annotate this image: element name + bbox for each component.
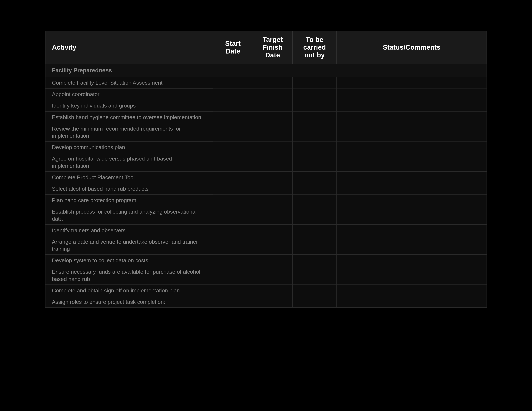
start-date-cell	[213, 153, 253, 171]
activity-cell: Establish hand hygiene committee to over…	[45, 111, 213, 123]
activity-cell: Review the minimum recommended requireme…	[45, 123, 213, 141]
table-container: Activity Start Date Target Finish Date T…	[45, 31, 487, 308]
activity-table: Activity Start Date Target Finish Date T…	[45, 31, 487, 308]
status-cell	[337, 141, 487, 153]
table-row: Develop communications plan	[45, 141, 487, 153]
status-cell	[337, 100, 487, 111]
table-row: Arrange a date and venue to undertake ob…	[45, 236, 487, 254]
carried-out-cell	[293, 183, 337, 194]
activity-item: Plan hand care protection program	[46, 195, 213, 206]
table-row: Develop system to collect data on costs	[45, 254, 487, 266]
start-date-cell	[213, 88, 253, 100]
status-cell	[337, 194, 487, 206]
activity-item: Identify trainers and observers	[46, 225, 213, 236]
target-finish-cell	[253, 100, 293, 111]
carried-out-cell	[293, 206, 337, 224]
target-finish-cell	[253, 285, 293, 296]
carried-out-cell	[293, 141, 337, 153]
status-cell	[337, 123, 487, 141]
activity-item: Establish process for collecting and ana…	[46, 206, 213, 224]
table-row: Select alcohol-based hand rub products	[45, 183, 487, 194]
target-finish-cell	[253, 77, 293, 88]
status-cell	[337, 236, 487, 254]
start-date-cell	[213, 77, 253, 88]
start-date-cell	[213, 266, 253, 284]
table-row: Establish process for collecting and ana…	[45, 206, 487, 224]
carried-out-cell	[293, 194, 337, 206]
activity-cell: Develop system to collect data on costs	[45, 254, 213, 266]
activity-cell: Appoint coordinator	[45, 88, 213, 100]
table-row: Complete Facility Level Situation Assess…	[45, 77, 487, 88]
activity-item: Complete Product Placement Tool	[46, 172, 213, 183]
target-finish-cell	[253, 296, 293, 308]
carried-out-cell	[293, 236, 337, 254]
header-activity: Activity	[45, 31, 213, 64]
carried-out-cell	[293, 77, 337, 88]
start-date-cell	[213, 123, 253, 141]
header-status-comments: Status/Comments	[337, 31, 487, 64]
start-date-cell	[213, 296, 253, 308]
carried-out-cell	[293, 88, 337, 100]
start-date-cell	[213, 206, 253, 224]
table-row: Establish hand hygiene committee to over…	[45, 111, 487, 123]
table-row: Plan hand care protection program	[45, 194, 487, 206]
target-finish-cell	[253, 141, 293, 153]
target-finish-cell	[253, 224, 293, 236]
activity-cell: Complete Product Placement Tool	[45, 171, 213, 183]
start-date-cell	[213, 183, 253, 194]
status-cell	[337, 224, 487, 236]
start-date-cell	[213, 224, 253, 236]
activity-item: Review the minimum recommended requireme…	[46, 123, 213, 141]
table-row: Identify trainers and observers	[45, 224, 487, 236]
activity-item: Appoint coordinator	[46, 88, 213, 100]
activity-item: Assign roles to ensure project task comp…	[46, 296, 213, 307]
carried-out-cell	[293, 100, 337, 111]
activity-item: Develop communications plan	[46, 141, 213, 153]
activity-cell: Identify key individuals and groups	[45, 100, 213, 111]
activity-cell: Develop communications plan	[45, 141, 213, 153]
target-finish-cell	[253, 183, 293, 194]
carried-out-cell	[293, 123, 337, 141]
start-date-cell	[213, 141, 253, 153]
activity-cell: Complete and obtain sign off on implemen…	[45, 285, 213, 296]
carried-out-cell	[293, 266, 337, 284]
activity-item: Identify key individuals and groups	[46, 100, 213, 111]
target-finish-cell	[253, 88, 293, 100]
start-date-cell	[213, 236, 253, 254]
target-finish-cell	[253, 266, 293, 284]
activity-cell: Complete Facility Level Situation Assess…	[45, 77, 213, 88]
carried-out-cell	[293, 171, 337, 183]
activity-cell: Ensure necessary funds are available for…	[45, 266, 213, 284]
header-target-finish-date: Target Finish Date	[253, 31, 293, 64]
activity-cell: Assign roles to ensure project task comp…	[45, 296, 213, 308]
table-row: Assign roles to ensure project task comp…	[45, 296, 487, 308]
activity-cell: Plan hand care protection program	[45, 194, 213, 206]
target-finish-cell	[253, 206, 293, 224]
activity-item: Complete Facility Level Situation Assess…	[46, 77, 213, 88]
status-cell	[337, 285, 487, 296]
table-row: Complete Product Placement Tool	[45, 171, 487, 183]
activity-item: Establish hand hygiene committee to over…	[46, 112, 213, 123]
carried-out-cell	[293, 254, 337, 266]
activity-cell: Agree on hospital-wide versus phased uni…	[45, 153, 213, 171]
activity-cell: Select alcohol-based hand rub products	[45, 183, 213, 194]
table-row: Complete and obtain sign off on implemen…	[45, 285, 487, 296]
status-cell	[337, 77, 487, 88]
table-row: Appoint coordinator	[45, 88, 487, 100]
target-finish-cell	[253, 171, 293, 183]
activity-item: Arrange a date and venue to undertake ob…	[46, 236, 213, 254]
header-start-date: Start Date	[213, 31, 253, 64]
section-header-cell: Facility Preparedness	[45, 64, 487, 77]
activity-item: Complete and obtain sign off on implemen…	[46, 285, 213, 296]
activity-item: Select alcohol-based hand rub products	[46, 183, 213, 194]
status-cell	[337, 183, 487, 194]
activity-cell: Establish process for collecting and ana…	[45, 206, 213, 224]
status-cell	[337, 153, 487, 171]
target-finish-cell	[253, 153, 293, 171]
carried-out-cell	[293, 111, 337, 123]
target-finish-cell	[253, 123, 293, 141]
status-cell	[337, 111, 487, 123]
activity-cell: Identify trainers and observers	[45, 224, 213, 236]
start-date-cell	[213, 100, 253, 111]
target-finish-cell	[253, 194, 293, 206]
